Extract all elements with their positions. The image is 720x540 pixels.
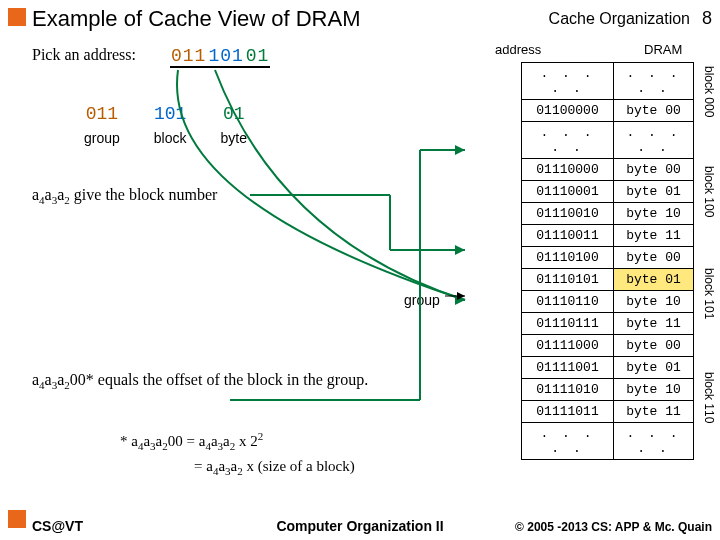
table-row: 01111001byte 01 [522,357,694,379]
offset-text: a4a3a200* equals the offset of the block… [32,370,422,392]
breadcrumb: Cache Organization [549,10,690,28]
split-block-val: 101 [138,102,203,126]
footer-right: © 2005 -2013 CS: APP & Mc. Quain [515,520,712,534]
page-number: 8 [702,8,712,29]
table-row: 01110000byte 00 [522,159,694,181]
address-bits: 01110101 [170,46,270,68]
split-group-lbl: group [68,128,136,148]
table-row: 01111011byte 11 [522,401,694,423]
bits-byte: 01 [245,46,271,68]
split-block-lbl: block [138,128,203,148]
table-row: 01110011byte 11 [522,225,694,247]
accent-square-top [8,8,26,26]
block-number-text: a4a3a2 give the block number [32,186,217,206]
table-row: 01100000byte 00 [522,100,694,122]
split-byte-lbl: byte [205,128,263,148]
block-label: block 110 [702,372,716,423]
svg-marker-0 [455,295,465,305]
block-label: block 100 [702,166,716,217]
svg-marker-6 [455,245,465,255]
bits-group: 011 [170,46,207,68]
table-row: . . . . .. . . . . [522,423,694,460]
table-row: 01110111byte 11 [522,313,694,335]
svg-marker-10 [455,145,465,155]
table-row: 01111000byte 00 [522,335,694,357]
bit-breakdown: 011 101 01 group block byte [66,100,265,150]
svg-marker-2 [457,292,465,300]
table-row: 01110001byte 01 [522,181,694,203]
split-byte-val: 01 [205,102,263,126]
table-row: 01110010byte 10 [522,203,694,225]
split-group-val: 011 [68,102,136,126]
calculation: * a4a3a200 = a4a3a2 x 22 = a4a3a2 x (siz… [120,428,355,479]
table-row: 01110101byte 01 [522,269,694,291]
table-row: 01111010byte 10 [522,379,694,401]
address-header: address [495,42,541,57]
table-row: . . . . .. . . . . [522,63,694,100]
group-pointer-label: group [404,292,440,308]
dram-header: DRAM [644,42,682,57]
block-label: block 101 [702,268,716,319]
pick-label: Pick an address: [32,46,136,64]
table-row: 01110110byte 10 [522,291,694,313]
table-row: . . . . .. . . . . [522,122,694,159]
memory-table: . . . . .. . . . .01100000byte 00. . . .… [521,62,694,460]
bits-block: 101 [207,46,244,68]
block-label: block 000 [702,66,716,117]
table-row: 01110100byte 00 [522,247,694,269]
slide-title: Example of Cache View of DRAM [32,6,361,32]
